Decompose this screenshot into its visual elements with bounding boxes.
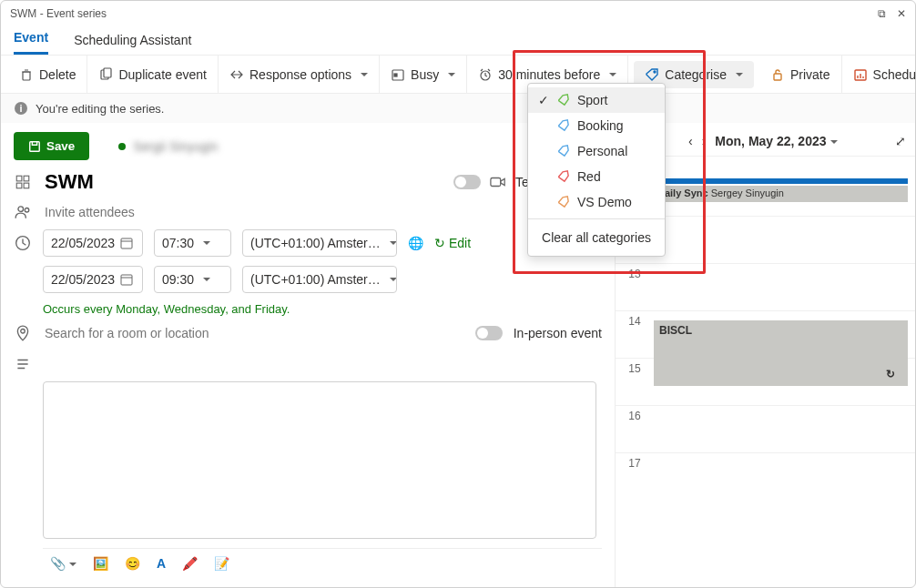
scheduling-poll-button[interactable]: Scheduling poll	[842, 56, 916, 93]
grid-icon	[15, 174, 31, 190]
category-item-vsdemo[interactable]: VS Demo	[528, 189, 665, 215]
duplicate-label: Duplicate event	[118, 67, 207, 82]
description-input[interactable]	[43, 381, 596, 539]
category-label: Personal	[577, 144, 627, 158]
response-icon	[229, 67, 244, 82]
svg-rect-13	[24, 176, 29, 181]
category-item-booking[interactable]: Booking	[528, 113, 665, 138]
inperson-toggle[interactable]	[475, 326, 503, 340]
teams-toggle[interactable]	[453, 175, 481, 189]
busy-status-button[interactable]: Busy	[380, 56, 467, 93]
attach-icon[interactable]: 📎	[50, 556, 76, 571]
end-timezone-input[interactable]: (UTC+01:00) Amster…	[242, 266, 397, 293]
text-format-icon[interactable]: A	[157, 556, 166, 571]
start-timezone-input[interactable]: (UTC+01:00) Amster…	[242, 229, 397, 257]
tag-icon	[556, 144, 571, 158]
attendees-input[interactable]	[43, 204, 602, 220]
organizer-name: Sergii Sinyugin	[133, 139, 218, 154]
response-options-button[interactable]: Response options	[219, 56, 380, 93]
start-date-input[interactable]: 22/05/2023	[43, 229, 143, 257]
more-format-icon[interactable]: 📝	[214, 556, 229, 571]
end-time-input[interactable]: 09:30	[154, 266, 231, 293]
calendar-date[interactable]: Mon, May 22, 2023	[715, 134, 837, 148]
presence-dot	[118, 143, 126, 150]
highlight-icon[interactable]: 🖍️	[182, 556, 198, 571]
svg-rect-0	[23, 72, 30, 80]
categorise-dropdown: ✓ Sport Booking Personal Red VS Demo Cle…	[527, 83, 666, 257]
svg-rect-20	[121, 238, 132, 248]
categorise-label: Categorise	[665, 67, 727, 82]
end-date-input[interactable]: 22/05/2023	[43, 266, 143, 293]
reminder-icon	[478, 67, 493, 82]
calendar-event-daily-sync[interactable]: Daily Sync Sergey Sinyugin	[654, 186, 908, 202]
delete-label: Delete	[39, 67, 76, 82]
duplicate-icon	[98, 67, 113, 82]
notice-text: You're editing the series.	[36, 102, 164, 116]
event-title-input[interactable]	[43, 169, 443, 195]
location-icon	[15, 325, 31, 341]
calendar-icon	[120, 237, 133, 249]
category-label: Booking	[577, 118, 624, 133]
poll-icon	[853, 67, 868, 82]
tab-scheduling-assistant[interactable]: Scheduling Assistant	[74, 33, 191, 55]
save-button[interactable]: Save	[14, 132, 89, 160]
tag-icon	[556, 118, 571, 133]
category-label: VS Demo	[577, 195, 632, 209]
tab-event[interactable]: Event	[14, 30, 48, 55]
duplicate-button[interactable]: Duplicate event	[87, 56, 219, 93]
busy-icon	[391, 67, 405, 82]
tag-icon	[556, 93, 571, 107]
camera-icon	[490, 174, 506, 190]
delete-button[interactable]: Delete	[8, 56, 87, 93]
private-button[interactable]: Private	[759, 56, 842, 93]
window-title: SWM - Event series	[10, 7, 107, 20]
category-item-red[interactable]: Red	[528, 164, 665, 189]
hour-label: 14	[616, 311, 654, 358]
svg-rect-4	[394, 74, 397, 76]
description-icon	[15, 356, 31, 372]
svg-rect-12	[16, 176, 22, 181]
save-label: Save	[46, 139, 75, 153]
private-label: Private	[790, 67, 830, 82]
series-notice: i You're editing the series.	[1, 94, 915, 123]
start-time-input[interactable]: 07:30	[154, 229, 231, 257]
info-icon: i	[14, 101, 28, 116]
organizer-row: Sergii Sinyugin	[118, 139, 218, 154]
busy-label: Busy	[411, 67, 439, 82]
popout-icon[interactable]: ⧉	[878, 7, 886, 20]
svg-rect-21	[121, 275, 132, 285]
expand-icon[interactable]: ⤢	[895, 134, 906, 148]
category-label: Red	[577, 169, 601, 184]
calendar-icon	[120, 273, 133, 286]
globe-icon[interactable]: 🌐	[408, 236, 423, 250]
svg-rect-14	[16, 183, 22, 188]
svg-text:i: i	[19, 103, 22, 114]
trash-icon	[19, 67, 34, 82]
emoji-icon[interactable]: 😊	[125, 556, 140, 571]
hour-label: 16	[616, 406, 654, 452]
image-icon[interactable]: 🖼️	[93, 556, 108, 571]
clock-icon	[15, 235, 31, 251]
hour-label: 17	[616, 453, 654, 500]
inperson-label: In-person event	[514, 326, 602, 340]
calendar-next-button[interactable]: ›	[702, 134, 707, 148]
svg-point-22	[21, 329, 25, 334]
recurrence-text: Occurs every Monday, Wednesday, and Frid…	[43, 302, 602, 316]
calendar-prev-button[interactable]: ‹	[688, 134, 693, 148]
svg-rect-11	[30, 141, 40, 151]
close-icon[interactable]: ✕	[897, 7, 906, 20]
poll-label: Scheduling poll	[873, 67, 916, 82]
reminder-label: 30 minutes before	[498, 67, 600, 82]
tag-icon	[556, 195, 571, 209]
svg-point-18	[25, 208, 29, 213]
category-item-sport[interactable]: ✓ Sport	[528, 87, 665, 113]
check-icon: ✓	[537, 93, 550, 107]
description-toolbar: 📎 🖼️ 😊 A 🖍️ 📝	[43, 548, 602, 578]
save-icon	[28, 140, 41, 153]
clear-categories-button[interactable]: Clear all categories	[528, 223, 665, 252]
edit-recurrence-button[interactable]: ↻ Edit	[434, 236, 471, 250]
svg-rect-15	[24, 183, 29, 188]
location-input[interactable]	[43, 325, 464, 341]
hour-label: 13	[616, 264, 654, 310]
category-item-personal[interactable]: Personal	[528, 138, 665, 164]
